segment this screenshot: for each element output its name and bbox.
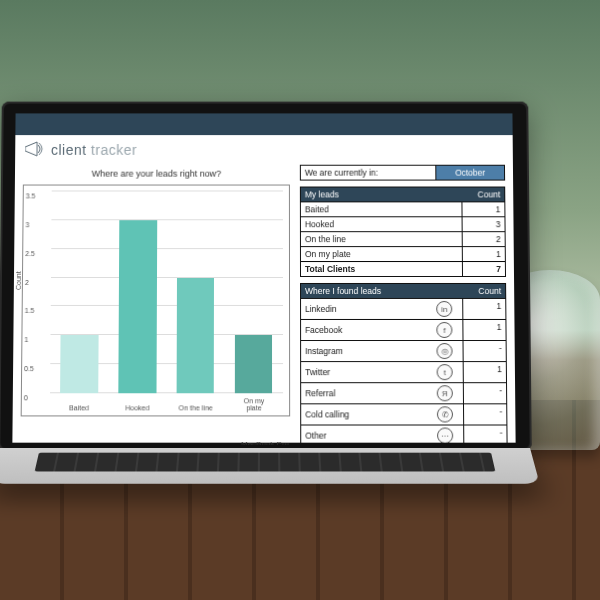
chart-ytick: 0 [24,394,28,401]
lead-source-count: 1 [462,320,505,340]
phone-icon: ✆ [437,406,453,422]
facebook-icon: f [436,322,452,338]
scene: client tracker Where are your leads righ… [0,0,600,600]
lead-source-label: Instagram◎ [301,341,463,361]
total-label: Total Clients [301,262,462,276]
table-row[interactable]: On my plate1 [301,246,505,261]
lead-source-count: - [463,341,506,361]
chart-ylabel: Count [15,271,22,290]
chart-panel: Where are your leads right now? Count 00… [20,165,290,443]
chart-bar [235,335,272,393]
chart-ytick: 3.5 [26,192,36,199]
lead-stage-count: 3 [462,217,505,231]
megaphone-icon [25,141,45,159]
lead-stage-label: On my plate [301,247,462,261]
total-value: 7 [462,262,505,276]
table-row[interactable]: Hooked3 [301,216,505,231]
lead-stage-label: On the line [301,232,462,246]
chart-xcategory: On the line [179,404,213,411]
lead-source-label: Facebookf [301,320,463,340]
brand: client tracker [15,135,513,165]
laptop: client tracker Where are your leads righ… [0,100,530,508]
laptop-model-label: MacBook Pro [0,441,529,446]
chart-ytick: 0.5 [24,365,34,372]
chart-ytick: 3 [25,221,29,228]
chart-ytick: 1.5 [25,307,35,314]
lead-stage-label: Baited [301,202,462,216]
chart-ytick: 2 [25,278,29,285]
chart-title: Where are your leads right now? [23,169,290,179]
referral-icon: Я [437,385,453,401]
instagram-icon: ◎ [436,343,452,359]
current-period-value[interactable]: October [436,166,504,180]
my-leads-count-header: Count [462,188,504,202]
chart-bar [177,278,214,394]
lead-stage-count: 1 [461,202,504,216]
table-row[interactable]: ReferralЯ- [301,382,506,403]
lead-sources-header: Where I found leads [301,284,463,298]
my-leads-panel: My leads Count Baited1Hooked3On the line… [300,187,506,277]
chart-bar [119,220,157,393]
table-row[interactable]: Cold calling✆- [301,403,506,424]
chart-xcategory: On my plate [236,397,271,411]
current-period-label: We are currently in: [301,166,437,180]
brand-primary: client [51,142,87,158]
table-row[interactable]: On the line2 [301,231,505,246]
linkedin-icon: in [436,301,452,317]
chart-xcategory: Hooked [125,404,149,411]
my-leads-header: My leads [301,188,463,202]
app-screen: client tracker Where are your leads righ… [12,113,515,442]
table-row[interactable]: Other⋯- [301,425,506,443]
lead-source-label: Twittert [301,362,463,382]
laptop-keyboard: MacBook Pro [0,448,540,484]
lead-source-label: Cold calling✆ [301,404,463,424]
chart-bar [60,335,98,393]
app-topbar [15,113,512,135]
lead-source-label: Other⋯ [301,426,463,443]
lead-source-count: 1 [463,362,506,382]
chart-ytick: 2.5 [25,249,35,256]
chart-ytick: 1 [24,336,28,343]
table-row[interactable]: Linkedinin1 [301,298,505,319]
chart-gridline [51,248,283,249]
lead-source-count: 1 [462,299,505,319]
chart-gridline [52,190,283,191]
lead-source-count: - [463,383,506,403]
brand-secondary: tracker [91,142,137,158]
table-row[interactable]: Instagram◎- [301,340,506,361]
lead-sources-panel: Where I found leads Count Linkedinin1Fac… [300,283,508,443]
lead-stage-count: 2 [462,232,505,246]
brand-text: client tracker [51,142,137,158]
table-row[interactable]: Baited1 [301,201,505,216]
lead-source-count: - [463,404,506,424]
current-period-panel: We are currently in: October [300,165,505,181]
lead-stage-label: Hooked [301,217,462,231]
lead-source-label: ReferralЯ [301,383,463,403]
chart-xcategory: Baited [69,404,89,411]
table-total-row: Total Clients7 [301,261,505,276]
lead-source-label: Linkedinin [301,299,462,319]
chart-gridline [51,305,283,306]
lead-source-count: - [463,426,506,443]
screen-frame: client tracker Where are your leads righ… [0,102,532,451]
twitter-icon: t [437,364,453,380]
table-row[interactable]: Facebookf1 [301,319,506,340]
bar-chart: Count 00.511.522.533.5BaitedHookedOn the… [21,185,290,417]
chart-gridline [51,277,283,278]
table-row[interactable]: Twittert1 [301,361,506,382]
lead-sources-count-header: Count [463,284,505,298]
lead-stage-count: 1 [462,247,505,261]
chart-gridline [51,219,282,220]
side-tables: We are currently in: October My leads Co… [300,165,508,443]
